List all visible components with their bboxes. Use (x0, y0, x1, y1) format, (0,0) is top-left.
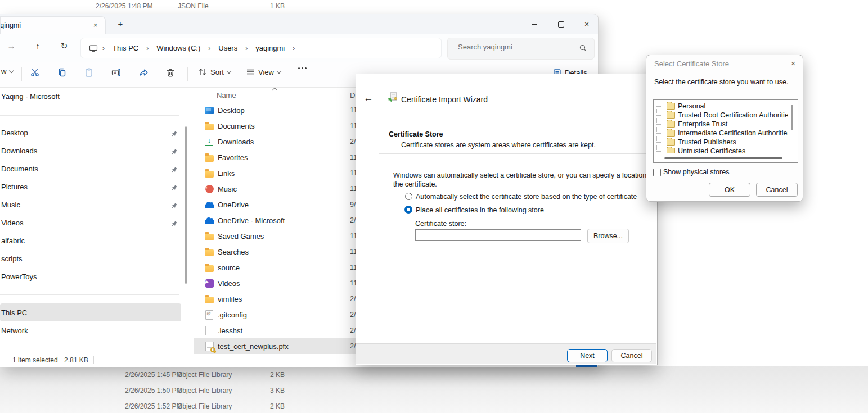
breadcrumb-item[interactable]: yaqingmi (252, 44, 299, 52)
new-tab-button[interactable]: + (115, 19, 126, 30)
file-icon (204, 247, 214, 257)
sidebar-item[interactable]: Network (0, 321, 181, 339)
file-date-partial: 2/ (350, 342, 356, 350)
sidebar-item[interactable]: scripts (0, 249, 181, 267)
sidebar-system: This PC Network (0, 303, 181, 339)
file-date-partial: 9/ (350, 201, 356, 208)
paste-button[interactable] (84, 67, 94, 78)
tab-close-icon[interactable]: × (91, 21, 100, 30)
folder-icon (667, 112, 675, 119)
maximize-button[interactable] (548, 16, 573, 33)
new-button-cut[interactable]: w (1, 67, 13, 76)
file-icon (204, 152, 214, 162)
file-row[interactable]: test_cert_newplus.pfx 2/ (194, 338, 357, 354)
file-list: Desktop 11/ Documents 11/ Downloads 2/ F… (194, 102, 357, 355)
search-box[interactable] (447, 38, 595, 60)
tree-horizontal-scrollbar[interactable] (664, 157, 782, 159)
file-row[interactable]: Videos 11/ (194, 275, 357, 291)
file-name: OneDrive - Microsoft (218, 216, 285, 225)
sidebar-item[interactable]: Music (0, 196, 181, 214)
tree-item[interactable]: Trusted Publishers (654, 138, 788, 147)
delete-button[interactable] (165, 67, 176, 78)
file-icon (204, 215, 214, 225)
column-header-name[interactable]: Name (217, 91, 236, 99)
tree-item[interactable]: Personal (654, 102, 788, 111)
rename-icon: A (111, 67, 121, 78)
refresh-icon[interactable]: ↻ (57, 41, 71, 51)
file-row[interactable]: Favorites 11/ (194, 149, 357, 165)
tree-item[interactable]: Enterprise Trust (654, 120, 788, 129)
background-file-row: 2/26/2025 1:50 PM Object File Library 3 … (0, 382, 868, 398)
more-options-button[interactable] (298, 67, 307, 69)
file-row[interactable]: Downloads 2/ (194, 134, 357, 149)
certificate-store-input[interactable] (416, 230, 581, 240)
browse-button[interactable]: Browse... (587, 229, 629, 243)
file-name: .lesshst (218, 326, 242, 335)
file-row[interactable]: Links 11/ (194, 165, 357, 181)
sidebar-onedrive-section: Yaqing - Microsoft (0, 87, 181, 105)
show-physical-stores-checkbox[interactable] (653, 169, 661, 176)
file-row[interactable]: source 11/ (194, 260, 357, 275)
sidebar-scrollbar[interactable] (185, 126, 187, 284)
radio-auto-select[interactable] (405, 193, 412, 200)
certificate-store-field[interactable] (415, 229, 581, 241)
breadcrumb-item[interactable]: This PC (109, 44, 153, 52)
forward-icon[interactable]: → (5, 41, 18, 51)
sidebar-item[interactable]: Videos (0, 214, 181, 232)
bg-row-type: Object File Library (177, 371, 232, 379)
sidebar-item[interactable]: Pictures (0, 178, 181, 196)
sidebar-item-onedrive[interactable]: Yaqing - Microsoft (0, 87, 181, 105)
file-row[interactable]: OneDrive 9/ (194, 197, 357, 212)
copy-button[interactable] (57, 67, 67, 78)
file-row[interactable]: Searches 11/ (194, 244, 357, 260)
file-row[interactable]: Saved Games 11/ (194, 228, 357, 244)
breadcrumb-item[interactable]: Users (215, 44, 252, 52)
sidebar-item[interactable]: This PC (0, 303, 181, 321)
breadcrumb: This PC Windows (C:) Users yaqingmi (80, 38, 442, 58)
back-arrow-icon[interactable]: ← (362, 93, 375, 104)
share-button[interactable] (138, 67, 149, 78)
search-input[interactable] (457, 42, 572, 52)
sidebar-item[interactable]: Desktop (0, 124, 181, 142)
bg-row-size: 2 KB (270, 402, 285, 410)
sidebar-item[interactable]: Downloads (0, 142, 181, 160)
sidebar-item-label: aifabric (1, 237, 25, 245)
dialog-cancel-button[interactable]: Cancel (756, 183, 798, 197)
tree-item[interactable]: Untrusted Certificates (654, 147, 788, 153)
cancel-button[interactable]: Cancel (611, 349, 652, 362)
sidebar-item[interactable]: PowerToys (0, 267, 181, 285)
tree-item[interactable]: Intermediate Certification Authorities (654, 129, 788, 138)
close-icon[interactable]: × (788, 58, 798, 69)
file-row[interactable]: Desktop 11/ (194, 102, 357, 118)
close-button[interactable]: × (574, 16, 599, 33)
tree-item-label: Intermediate Certification Authorities (678, 129, 788, 137)
tree-vertical-scrollbar[interactable] (791, 105, 793, 130)
up-icon[interactable]: ↑ (31, 41, 44, 51)
file-name: Desktop (218, 106, 245, 115)
sidebar-item[interactable]: Documents (0, 160, 181, 178)
explorer-tab[interactable]: yaqingmi × (0, 16, 106, 34)
file-row[interactable]: OneDrive - Microsoft 2/ (194, 212, 357, 228)
status-selection: 1 item selected (12, 356, 58, 364)
radio-place-all[interactable] (404, 206, 412, 214)
rename-button[interactable]: A (111, 67, 121, 78)
breadcrumb-label: Windows (C:) (153, 44, 204, 52)
cut-button[interactable] (30, 67, 40, 78)
file-name: Documents (218, 122, 255, 130)
file-row[interactable]: vimfiles 2/ (194, 291, 357, 307)
minimize-button[interactable] (522, 16, 547, 33)
file-row[interactable]: .gitconfig 2/ (194, 307, 357, 323)
show-physical-stores-label: Show physical stores (663, 168, 729, 176)
file-name: .gitconfig (218, 311, 247, 319)
file-row[interactable]: Music 11/ (194, 181, 357, 197)
breadcrumb-item[interactable]: Windows (C:) (153, 44, 215, 52)
file-row[interactable]: .lesshst 2/ (194, 323, 357, 338)
sidebar-item[interactable]: aifabric (0, 232, 181, 249)
next-button[interactable]: Next (567, 349, 608, 362)
ok-button[interactable]: OK (709, 183, 750, 197)
chevron-down-icon (277, 69, 281, 73)
sort-button[interactable]: Sort (198, 67, 231, 76)
file-row[interactable]: Documents 11/ (194, 118, 357, 134)
view-button[interactable]: View (246, 67, 281, 76)
tree-item[interactable]: Trusted Root Certification Authorities (654, 111, 788, 120)
